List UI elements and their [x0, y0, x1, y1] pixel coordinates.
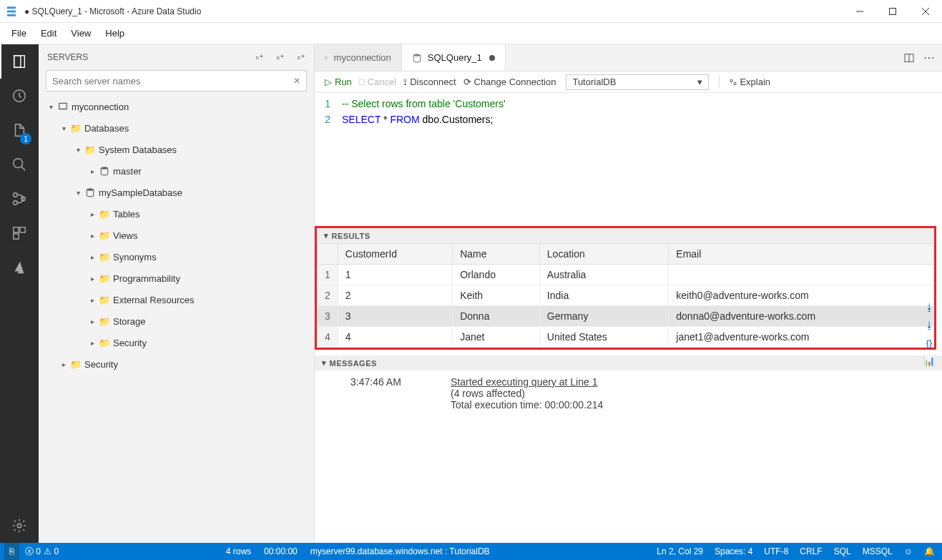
close-button[interactable]: [909, 0, 942, 23]
search-box[interactable]: ✕: [46, 70, 307, 92]
export-json-icon[interactable]: {}: [926, 338, 933, 348]
tree-system-databases[interactable]: ▾📁System Databases: [39, 139, 314, 160]
disconnect-button[interactable]: ⟟ Disconnect: [403, 77, 456, 88]
tab-sqlquery[interactable]: SQLQuery_1: [402, 44, 506, 71]
svg-line-8: [21, 167, 26, 171]
chevron-down-icon: ▾: [697, 77, 702, 87]
activity-azure[interactable]: [0, 250, 39, 285]
messages-panel: ▾MESSAGES 3:47:46 AMStarted executing qu…: [315, 355, 942, 416]
tree-folder-storage[interactable]: ▸📁Storage: [39, 310, 314, 332]
tree-databases[interactable]: ▾📁Databases: [39, 117, 314, 139]
collapse-icon[interactable]: ▾: [324, 231, 329, 240]
cancel-button[interactable]: □ Cancel: [359, 77, 396, 87]
svg-rect-16: [59, 103, 67, 109]
svg-point-10: [14, 201, 18, 205]
status-server[interactable]: myserver99.database.windows.net : Tutori…: [310, 546, 490, 556]
table-row[interactable]: 22KeithIndiakeith0@adventure-works.com: [318, 285, 934, 306]
activity-servers[interactable]: [0, 44, 39, 79]
tree-folder-external-resources[interactable]: ▸📁External Resources: [39, 289, 314, 310]
app-icon: [0, 5, 23, 18]
status-lang[interactable]: SQL: [834, 546, 851, 556]
status-rows: 4 rows: [226, 546, 251, 556]
tree-folder-programmability[interactable]: ▸📁Programmability: [39, 267, 314, 289]
status-encoding[interactable]: UTF-8: [764, 546, 788, 556]
code-editor[interactable]: 1-- Select rows from table 'Customers' 2…: [315, 93, 942, 133]
activity-history[interactable]: [0, 79, 39, 113]
database-select[interactable]: TutorialDB▾: [566, 74, 709, 90]
menu-file[interactable]: File: [4, 25, 34, 41]
results-grid[interactable]: CustomerId Name Location Email 11Orlando…: [317, 243, 934, 348]
tree-folder-tables[interactable]: ▸📁Tables: [39, 203, 314, 225]
dirty-indicator: [489, 55, 495, 61]
status-spaces[interactable]: Spaces: 4: [715, 546, 752, 556]
new-connection-icon[interactable]: ▫⁺: [255, 52, 264, 63]
results-export-icons: ⭳ ⭳ {} 📊: [921, 302, 938, 366]
activity-explorer[interactable]: 1: [0, 113, 39, 147]
tree-root-security[interactable]: ▸📁Security: [39, 353, 314, 375]
titlebar: ● SQLQuery_1 - Microsoft - Azure Data St…: [0, 0, 942, 23]
server-tree: ▾myconnection ▾📁Databases ▾📁System Datab…: [39, 96, 314, 375]
tree-folder-synonyms[interactable]: ▸📁Synonyms: [39, 246, 314, 267]
sidebar-title: SERVERS: [47, 52, 245, 62]
menu-view[interactable]: View: [64, 25, 98, 41]
message-line1[interactable]: Started executing query at Line 1: [451, 376, 597, 388]
database-icon: [412, 53, 422, 63]
tree-folder-views[interactable]: ▸📁Views: [39, 225, 314, 246]
search-input[interactable]: [52, 76, 293, 87]
activity-badge: 1: [20, 133, 31, 144]
change-connection-button[interactable]: ⟳ Change Connection: [463, 77, 556, 87]
explain-button[interactable]: ᵒₒ Explain: [730, 77, 770, 87]
tree-connection[interactable]: ▾myconnection: [39, 96, 314, 117]
tree-folder-security[interactable]: ▸📁Security: [39, 332, 314, 353]
new-query-icon[interactable]: ▫⁺: [297, 52, 305, 63]
message-time: 3:47:46 AM: [350, 376, 422, 388]
svg-rect-1: [890, 8, 896, 14]
chart-icon[interactable]: 📊: [923, 355, 935, 366]
svg-point-20: [413, 54, 420, 57]
status-warnings[interactable]: ⚠ 0: [44, 546, 59, 556]
sidebar: SERVERS ▫⁺ ▫⁺ ▫⁺ ✕ ▾myconnection ▾📁Datab…: [39, 44, 315, 543]
menu-edit[interactable]: Edit: [34, 25, 64, 41]
tab-bar: ▫myconnection SQLQuery_1 ⋯: [315, 44, 942, 72]
remote-icon[interactable]: ⎘: [4, 543, 19, 560]
activity-source-control[interactable]: [0, 182, 39, 216]
bell-icon[interactable]: 🔔: [924, 546, 935, 556]
results-panel: ▾RESULTS CustomerId Name Location Email …: [315, 226, 936, 350]
status-eol[interactable]: CRLF: [800, 546, 822, 556]
status-conn[interactable]: MSSQL: [863, 546, 893, 556]
clear-search-icon[interactable]: ✕: [293, 76, 300, 86]
status-bar: ⎘ ⓧ 0 ⚠ 0 4 rows 00:00:00 myserver99.dat…: [0, 543, 942, 560]
tree-sample-database[interactable]: ▾mySampleDatabase: [39, 182, 314, 203]
activity-extensions[interactable]: [0, 216, 39, 250]
editor-area: ▫myconnection SQLQuery_1 ⋯ ▷ Run □ Cance…: [315, 44, 942, 543]
export-csv-icon[interactable]: ⭳: [925, 302, 934, 313]
export-excel-icon[interactable]: ⭳: [925, 320, 934, 330]
svg-rect-4: [14, 56, 25, 68]
activity-settings[interactable]: [0, 509, 39, 543]
svg-rect-14: [14, 234, 19, 239]
status-cursor[interactable]: Ln 2, Col 29: [657, 546, 703, 556]
table-row[interactable]: 33DonnaGermanydonna0@adventure-works.com: [318, 306, 934, 327]
more-actions-icon[interactable]: ⋯: [923, 51, 935, 64]
minimize-button[interactable]: [843, 0, 876, 23]
menubar: File Edit View Help: [0, 23, 942, 44]
message-line2: (4 rows affected): [350, 388, 928, 399]
table-row[interactable]: 11OrlandoAustralia: [318, 265, 934, 285]
collapse-icon[interactable]: ▾: [322, 358, 327, 368]
menu-help[interactable]: Help: [98, 25, 132, 41]
activity-search[interactable]: [0, 147, 39, 182]
svg-point-9: [14, 193, 18, 197]
table-row[interactable]: 44JanetUnited Statesjanet1@adventure-wor…: [318, 327, 934, 348]
svg-point-15: [17, 524, 21, 528]
svg-rect-12: [14, 227, 19, 232]
activity-bar: 1: [0, 44, 39, 543]
status-errors[interactable]: ⓧ 0: [25, 546, 41, 558]
split-editor-icon[interactable]: [903, 52, 915, 64]
query-toolbar: ▷ Run □ Cancel ⟟ Disconnect ⟳ Change Con…: [315, 72, 942, 93]
run-button[interactable]: ▷ Run: [325, 77, 352, 87]
tree-master[interactable]: ▸master: [39, 160, 314, 182]
new-group-icon[interactable]: ▫⁺: [276, 52, 285, 63]
tab-myconnection[interactable]: ▫myconnection: [315, 44, 402, 71]
feedback-icon[interactable]: ☺: [904, 546, 913, 556]
maximize-button[interactable]: [876, 0, 909, 23]
